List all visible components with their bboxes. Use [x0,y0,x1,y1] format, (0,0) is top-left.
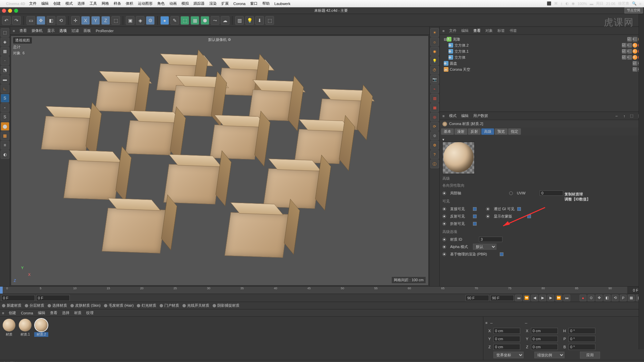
render-settings[interactable]: ⚙ [146,16,155,25]
coord-z2[interactable] [531,344,558,350]
menu-window[interactable]: 窗口 [250,1,258,6]
key-misc1[interactable]: ▦ [628,295,635,301]
timeline[interactable]: 051015202530354045505560657075808590 0 F [0,286,644,294]
coord-world[interactable]: 世界坐标 [493,352,524,358]
menu-edit[interactable]: 编辑 [41,1,49,6]
menu-simulate[interactable]: 模拟 [181,1,189,6]
tray-icon[interactable]: ⬛ [547,1,551,6]
side-stack-1[interactable]: ▥ [430,94,439,103]
window-close[interactable] [2,9,6,13]
timeline-ruler[interactable]: 051015202530354045505560657075808590 [0,287,627,294]
check-reflect[interactable] [473,215,477,218]
tree-row-cube2[interactable]: ◆ 立方体.2 ☑•✦ [441,42,643,48]
generator-3[interactable]: ⬢ [201,16,209,25]
mat-material[interactable]: 材质 [74,310,82,315]
tab-diffuse[interactable]: 漫射 [454,128,467,135]
mat-shadowcatcher[interactable]: 阴影捕捉材质 [213,303,239,308]
mat-create[interactable]: 创建 [9,310,16,315]
polygon-mode[interactable]: ▬ [1,75,9,84]
om-bookmarks[interactable]: 书签 [509,28,517,33]
mat-hair[interactable]: 毛发材质 (Hair) [104,303,134,308]
radio-alpha[interactable] [442,245,446,249]
vp-prorender[interactable]: ProRender [96,29,113,33]
menu-create[interactable]: 创建 [53,1,61,6]
menu-file[interactable]: 文件 [29,1,37,6]
frame-fwd[interactable]: ▶ [547,295,554,301]
point-mode[interactable]: ⬝ [1,56,9,65]
tray-icon-3[interactable]: ◉ [572,1,575,6]
material-slot-0[interactable]: 材质 [2,319,16,337]
material-slot-1[interactable]: 材质.1 [18,319,32,337]
mat-view[interactable]: 查看 [50,310,57,315]
material-browser[interactable]: 材质 材质.1 材质.2 [0,317,483,360]
radio-reflect[interactable] [442,215,446,218]
radio-mask[interactable] [486,215,490,218]
menu-select[interactable]: 选择 [77,1,85,6]
snap-s-1[interactable]: S [1,94,9,103]
node-space-badge[interactable]: 节点空间 [625,7,643,13]
select-tool[interactable]: ▭ [26,16,35,25]
menu-animate[interactable]: 动画 [169,1,177,6]
key-pos[interactable]: ✥ [596,295,602,301]
side-refresh[interactable]: ⟳ [430,122,439,131]
camera-tool[interactable]: ▥ [235,16,244,25]
search-icon[interactable]: 🔍 [632,1,637,6]
window-minimize[interactable] [8,9,12,13]
check-direct[interactable] [473,207,477,211]
collapse-icon[interactable]: ▾ [442,137,444,142]
side-light-3[interactable]: ◉ [430,47,439,56]
window-maximize[interactable] [14,9,18,13]
attr-mode[interactable]: 模式 [449,113,457,118]
menu-extensions[interactable]: 扩展 [221,1,229,6]
step-back[interactable]: ⏪ [523,295,530,301]
mat-texture[interactable]: 纹理 [86,310,94,315]
misc-tool[interactable]: ⬚ [265,16,274,25]
attr-edit[interactable]: 编辑 [461,113,469,118]
vp-options[interactable]: 选项 [59,28,67,33]
rotate-tool[interactable]: ⟲ [57,16,65,25]
tab-basic[interactable]: 基本 [441,128,454,135]
side-gear[interactable]: ⚙ [430,131,439,140]
mat-edit[interactable]: 编辑 [38,310,45,315]
side-light-1[interactable]: ☀ [430,28,439,37]
coord-h[interactable] [569,328,595,334]
axis-y[interactable]: Y [91,16,100,25]
time-current[interactable] [36,295,70,301]
undo-button[interactable]: ↶ [2,16,11,25]
material-id-input[interactable] [479,237,502,242]
side-info[interactable]: ⓘ [430,160,439,168]
radio-local-axis[interactable] [442,191,446,195]
object-mode[interactable]: ◈ [1,38,9,46]
apply-button[interactable]: 应用 [580,352,600,359]
workplane[interactable]: ⬤ [1,122,9,131]
coord-scale[interactable]: 缩放比例 [534,352,565,358]
om-edit[interactable]: 编辑 [461,28,469,33]
check-pbr[interactable] [500,252,503,256]
mat-layer[interactable]: 分层材质 [25,303,44,308]
menu-laubwerk[interactable]: Laubwerk [274,2,290,6]
material-preview[interactable] [442,142,475,174]
key-param[interactable]: P [620,295,627,301]
vp-view[interactable]: 查看 [19,28,27,33]
mat-light[interactable]: 灯光材质 [137,303,156,308]
key-rot[interactable]: ⟲ [612,295,619,301]
coord-b[interactable] [569,344,595,350]
menu-mode[interactable]: 模式 [65,1,73,6]
om-objects[interactable]: 对象 [485,28,493,33]
tree-row-cloner[interactable]: ⊟✦ 克隆 ☑• [441,36,643,42]
menu-render[interactable]: 渲染 [209,1,217,6]
vp-filter[interactable]: 过滤 [71,28,79,33]
om-file[interactable]: 文件 [449,28,457,33]
playhead[interactable] [0,287,3,294]
viewport-3d[interactable]: 透视视图 默认摄像机 ⚙ 总计 对象 6 [11,36,429,286]
mat-select-menu[interactable]: 选择 [62,310,69,315]
environment[interactable]: ☁ [221,16,229,25]
radio-refract[interactable] [442,222,446,226]
step-fwd[interactable]: ⏩ [555,295,562,301]
primitive-sphere[interactable]: ● [160,16,169,25]
grid-tool[interactable]: ▦ [1,131,9,140]
side-help[interactable]: ? [430,150,439,159]
menu-spline[interactable]: 样条 [114,1,121,6]
record[interactable]: ● [580,295,586,301]
primitive-pen[interactable]: ✎ [170,16,179,25]
